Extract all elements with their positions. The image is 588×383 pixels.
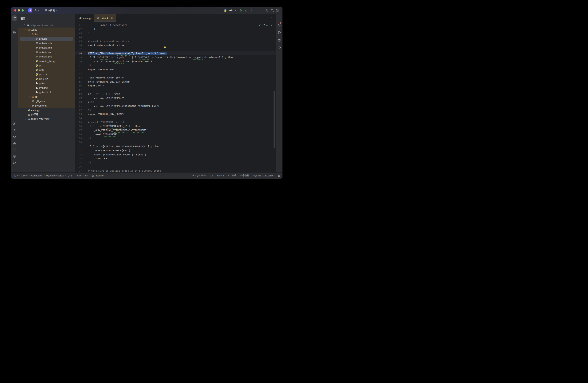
tree-item-lib[interactable]: lib xyxy=(18,94,75,99)
structure-toolwindow-button[interactable] xyxy=(12,30,17,35)
tree-item-pip[interactable]: pip xyxy=(18,63,75,68)
status-line-separator[interactable]: LF xyxy=(210,174,213,177)
breadcrumb-item-B[interactable]: B xyxy=(67,174,73,177)
tab-main-py[interactable]: main.py xyxy=(77,14,94,22)
code-line-52[interactable]: 52export VIRTUAL_ENV xyxy=(75,67,276,72)
tree-item-activate.ps1[interactable]: activate.ps1 xyxy=(18,54,75,59)
code-line-65[interactable]: 65# unset PYTHONHOME if set xyxy=(75,120,276,124)
tree-item-临时文件和控制台[interactable]: 临时文件和控制台 xyxy=(18,117,75,121)
code-line-69[interactable]: 69fi xyxy=(75,136,276,140)
tree-item-python3.12[interactable]: python3.12 xyxy=(18,90,75,94)
intention-bulb-icon[interactable] xyxy=(164,46,166,49)
tree-item-外部库[interactable]: 外部库 xyxy=(18,112,75,117)
code-line-51[interactable]: 51fi xyxy=(75,64,276,68)
tree-item-.venv[interactable]: .venv xyxy=(18,27,75,32)
version-control-toolwindow-button[interactable] xyxy=(12,160,17,166)
breadcrumb-item-.venv[interactable]: .venv xyxy=(75,174,82,177)
code-line-42[interactable]: 42 fi xyxy=(75,27,276,31)
tree-item-activate[interactable]: activate xyxy=(18,36,75,41)
chevron-down-icon[interactable] xyxy=(28,33,31,36)
breadcrumb-item-[interactable]: / xyxy=(13,174,18,177)
code-line-57[interactable]: 57 xyxy=(75,88,276,92)
more-toolwindows-button[interactable] xyxy=(12,40,17,45)
close-tab-icon[interactable] xyxy=(111,17,113,19)
problems-toolwindow-button[interactable] xyxy=(12,154,17,159)
previous-problem-button[interactable] xyxy=(266,24,268,27)
tree-item-activate.fish[interactable]: activate.fish xyxy=(18,45,75,50)
avatar[interactable]: A xyxy=(28,8,32,12)
status-encoding[interactable]: UTF-8 xyxy=(217,174,224,177)
debug-button[interactable] xyxy=(243,8,249,13)
code-line-50[interactable]: 50 VIRTUAL_ENV=$(cygpath -u "$VIRTUAL_EN… xyxy=(75,60,276,64)
tree-item-pip-3.12[interactable]: pip-3.12 xyxy=(18,77,75,81)
settings-button[interactable] xyxy=(275,8,280,13)
tab-options-button[interactable] xyxy=(270,14,273,22)
tree-item-.gitignore[interactable]: .gitignore xyxy=(18,99,75,103)
code-line-68[interactable]: 68 unset PYTHONHOME xyxy=(75,132,276,136)
minimize-window-button[interactable] xyxy=(18,9,20,12)
code-line-71[interactable]: 71if [ -z "${VIRTUAL_ENV_DISABLE_PROMPT-… xyxy=(75,145,276,149)
database-button[interactable] xyxy=(276,37,282,43)
run-toolwindow-button[interactable] xyxy=(12,128,17,133)
notifications-button[interactable] xyxy=(276,22,282,28)
status-write-access[interactable] xyxy=(278,174,280,177)
code-line-67[interactable]: 67 _OLD_VIRTUAL_PYTHONHOME="$PYTHONHOME" xyxy=(75,128,276,132)
run-configuration-selector[interactable]: main xyxy=(224,9,236,12)
python-packages-toolwindow-button[interactable] xyxy=(12,121,17,126)
code-line-75[interactable]: 75fi xyxy=(75,161,276,165)
tab-activate[interactable]: activate xyxy=(94,14,116,22)
tree-item-python[interactable]: python xyxy=(18,81,75,85)
code-line-63[interactable]: 63export VIRTUAL_ENV_PROMPT xyxy=(75,112,276,116)
chevron-down-icon[interactable] xyxy=(24,28,27,31)
breadcrumb-item-Users[interactable]: Users xyxy=(21,174,28,177)
code-line-66[interactable]: 66if ! [ -z "${PYTHONHOME+_}" ] ; then xyxy=(75,124,276,128)
vcs-menu-button[interactable]: 版本控制 xyxy=(44,8,59,13)
code-line-61[interactable]: 61 VIRTUAL_ENV_PROMPT=$(basename "$VIRTU… xyxy=(75,104,276,108)
code-line-49[interactable]: 49if ([ "$OSTYPE" = "cygwin" ] || [ "$OS… xyxy=(75,55,276,60)
breadcrumb-item-PycharmProjects[interactable]: PycharmProjects xyxy=(46,174,64,177)
breadcrumb-item-activate[interactable]: activate xyxy=(91,174,104,177)
code-line-41[interactable]: 41 unset -f deactivate xyxy=(75,23,276,27)
code-line-62[interactable]: 62fi xyxy=(75,108,276,112)
terminal-toolwindow-button[interactable] xyxy=(12,147,17,152)
code-with-me-button[interactable] xyxy=(264,8,270,13)
next-problem-button[interactable] xyxy=(270,24,273,27)
code-line-70[interactable]: 70 xyxy=(75,140,276,145)
project-toolwindow-button[interactable] xyxy=(12,15,17,21)
tree-item-activate_this.py[interactable]: activate_this.py xyxy=(18,59,75,63)
code-line-56[interactable]: 56export PATH xyxy=(75,84,276,88)
code-line-55[interactable]: 55PATH="$VIRTUAL_ENV/bin:$PATH" xyxy=(75,80,276,84)
chevron-right-icon[interactable] xyxy=(24,118,27,121)
inspections-widget[interactable]: 17 xyxy=(258,24,273,27)
status-indent[interactable]: 4 个空格 xyxy=(240,174,249,177)
code-line-59[interactable]: 59 VIRTUAL_ENV_PROMPT="" xyxy=(75,96,276,100)
breadcrumb-item-bin[interactable]: bin xyxy=(84,174,89,177)
code-line-54[interactable]: 54_OLD_VIRTUAL_PATH="$PATH" xyxy=(75,76,276,80)
code-line-64[interactable]: 64 xyxy=(75,116,276,120)
chevron-down-icon[interactable] xyxy=(21,24,23,27)
chevron-right-icon[interactable] xyxy=(24,113,27,116)
code-line-53[interactable]: 53 xyxy=(75,72,276,76)
tree-item-activate.csh[interactable]: activate.csh xyxy=(18,41,75,45)
code-line-58[interactable]: 58if [ "x" != x ] ; then xyxy=(75,92,276,96)
tree-item-bin[interactable]: bin xyxy=(18,32,75,36)
project-panel-header[interactable]: 项目 xyxy=(18,14,75,23)
status-caret-position[interactable]: 48:1 (54 字符) xyxy=(192,174,207,177)
code-line-43[interactable]: 43} xyxy=(75,31,276,35)
status-code-status[interactable]: 完成 xyxy=(228,174,236,177)
zoom-window-button[interactable] xyxy=(21,9,24,12)
code-line-48[interactable]: 48VIRTUAL_ENV='/Users/wanhuabai/PycharmP… xyxy=(75,51,276,55)
tree-item-main.py[interactable]: main.py xyxy=(18,108,75,112)
tree-item-activate.nu[interactable]: activate.nu xyxy=(18,50,75,54)
close-window-button[interactable] xyxy=(14,9,16,12)
chevron-right-icon[interactable] xyxy=(28,95,31,98)
code-line-73[interactable]: 73 PS1="(${VIRTUAL_ENV_PROMPT}) ${PS1-}" xyxy=(75,153,276,157)
editor-scrollbar[interactable] xyxy=(273,91,275,148)
code-line-72[interactable]: 72 _OLD_VIRTUAL_PS1="${PS1-}" xyxy=(75,149,276,153)
pull-requests-button[interactable] xyxy=(276,45,282,50)
search-everywhere-button[interactable] xyxy=(270,8,275,13)
python-console-toolwindow-button[interactable] xyxy=(12,141,17,146)
code-line-60[interactable]: 60else xyxy=(75,100,276,104)
tree-item-pyvenv.cfg[interactable]: pyvenv.cfg xyxy=(18,103,75,108)
code-editor[interactable]: 41 unset -f deactivate42 fi43}4445# unse… xyxy=(75,22,276,172)
